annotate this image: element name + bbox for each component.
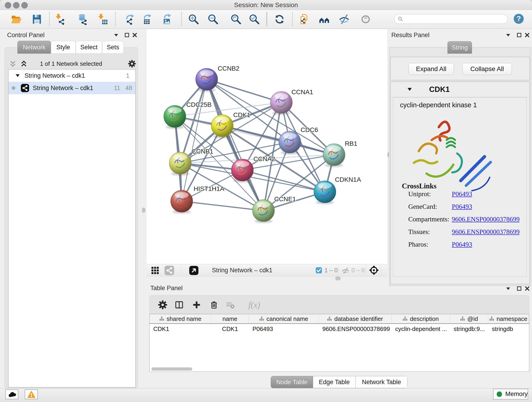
delete-column-icon[interactable]: [209, 300, 219, 310]
tab-style[interactable]: Style: [51, 41, 76, 54]
tab-select[interactable]: Select: [76, 41, 102, 54]
table-panel-close-icon[interactable]: [524, 286, 530, 292]
column-header-name[interactable]: name: [211, 314, 249, 323]
protein-section-header[interactable]: CDK1: [391, 82, 530, 97]
control-panel-close-icon[interactable]: [132, 32, 138, 38]
selected-checkbox-icon[interactable]: [316, 267, 322, 274]
collection-expander-icon[interactable]: [15, 73, 20, 78]
export-image-button[interactable]: [162, 13, 173, 25]
collapse-all-button[interactable]: Collapse All: [462, 63, 512, 75]
export-network-button[interactable]: [125, 13, 137, 25]
crosslink-link[interactable]: P06493: [452, 190, 472, 200]
status-bar: Memory: [0, 388, 532, 402]
cloud-button[interactable]: [5, 389, 18, 399]
column-header-shared-name[interactable]: shared name: [150, 314, 211, 323]
export-table-button[interactable]: [142, 13, 154, 25]
tab-node-table[interactable]: Node Table: [271, 376, 313, 388]
eye-slash-icon: [338, 13, 350, 25]
tab-string[interactable]: String: [447, 41, 472, 54]
network-row-selected[interactable]: String Network – cdk1 11 48: [8, 82, 135, 94]
search-field[interactable]: [394, 14, 508, 24]
column-header-description[interactable]: description: [392, 314, 450, 323]
results-panel-menu-icon[interactable]: [505, 32, 511, 38]
expand-all-button[interactable]: Expand All: [409, 63, 454, 75]
results-panel-close-icon[interactable]: [524, 32, 530, 38]
zoom-fit-button[interactable]: [230, 13, 242, 25]
first-neighbors-icon: [318, 13, 330, 25]
import-table-button[interactable]: [97, 13, 109, 25]
search-input[interactable]: [405, 15, 507, 23]
crosslink-link[interactable]: 9606.ENSP00000378699: [452, 228, 520, 238]
table-settings-gear-icon[interactable]: [157, 300, 168, 310]
protein-node-CCNB1[interactable]: [169, 152, 191, 174]
crosshair-icon[interactable]: [369, 265, 379, 276]
edge-count: 48: [125, 85, 132, 92]
warning-button[interactable]: [25, 389, 38, 399]
column-header-database-identifier[interactable]: database identifier: [319, 314, 392, 323]
zoom-in-icon: [188, 13, 199, 25]
protein-node-CDC25B[interactable]: [164, 105, 186, 128]
horizontal-scrollbar-thumb[interactable]: [152, 367, 192, 370]
zoom-out-button[interactable]: [207, 13, 219, 25]
protein-node-CDC6[interactable]: [279, 131, 301, 153]
protein-node-CCNA1[interactable]: [270, 91, 292, 114]
table-panel-float-icon[interactable]: [516, 286, 522, 292]
save-floppy-icon: [31, 13, 43, 25]
control-panel-tabs: NetworkStyleSelectSets: [17, 41, 124, 54]
tab-edge-table[interactable]: Edge Table: [313, 376, 355, 388]
open-session-button[interactable]: [10, 13, 22, 25]
memory-button[interactable]: Memory: [493, 389, 528, 400]
import-network-database-button[interactable]: [76, 13, 89, 25]
node-label-CCNA1: CCNA1: [291, 89, 313, 96]
show-all-button[interactable]: [360, 13, 372, 25]
clone-network-button[interactable]: [298, 13, 310, 25]
protein-node-CCNA2[interactable]: [231, 159, 253, 181]
section-expander-icon[interactable]: [407, 86, 413, 92]
tab-network[interactable]: Network: [17, 41, 51, 54]
tab-sets[interactable]: Sets: [102, 41, 124, 54]
help-button[interactable]: ?: [513, 13, 525, 25]
cell-database-identifier: 9606.ENSP00000378699: [319, 324, 392, 334]
export-table-icon: [142, 13, 153, 25]
expand-all-networks-icon[interactable]: [20, 60, 27, 68]
control-panel-menu-icon[interactable]: [113, 32, 119, 38]
results-panel-float-icon[interactable]: [516, 32, 522, 38]
refresh-button[interactable]: [273, 13, 285, 25]
network-collection-row[interactable]: String Network – cdk1 1: [8, 70, 135, 82]
crosslink-link[interactable]: P06493: [452, 203, 472, 213]
crosslink-link[interactable]: 9606.ENSP00000378699: [452, 216, 520, 225]
crosslink-label: Uniprot:: [408, 190, 452, 200]
control-panel-float-icon[interactable]: [124, 32, 130, 38]
column-header-canonical-name[interactable]: canonical name: [249, 314, 319, 323]
control-panel-title: Control Panel: [7, 32, 45, 39]
first-neighbors-button[interactable]: [318, 13, 330, 25]
save-session-button[interactable]: [31, 13, 43, 25]
protein-node-CDKN1A[interactable]: [314, 181, 336, 203]
protein-node-CCNB2[interactable]: [196, 68, 218, 90]
show-columns-icon[interactable]: [174, 300, 184, 310]
zoom-selected-button[interactable]: [248, 13, 260, 25]
add-column-icon[interactable]: [191, 300, 202, 310]
protein-node-CCNE1[interactable]: [253, 200, 274, 222]
zoom-in-button[interactable]: [188, 13, 200, 25]
protein-node-HIST1H1A[interactable]: [171, 190, 193, 212]
column-header-namespace[interactable]: namespace: [488, 314, 529, 323]
cloud-icon: [7, 390, 16, 398]
table-row[interactable]: CDK1CDK1P064939606.ENSP00000378699cyclin…: [150, 324, 529, 334]
hide-selected-button[interactable]: [338, 13, 350, 25]
table-panel-menu-icon[interactable]: [505, 286, 511, 292]
network-canvas[interactable]: CCNB2CCNA1CDC25BCDK1CDC6RB1CCNB1CCNA2CDK…: [147, 29, 387, 264]
protein-node-CDK1[interactable]: [211, 115, 233, 137]
external-view-icon[interactable]: [189, 266, 198, 276]
import-network-file-button[interactable]: [54, 13, 66, 25]
network-panel-gear-icon[interactable]: [128, 60, 136, 69]
protein-node-RB1[interactable]: [323, 144, 345, 166]
column-header-@id[interactable]: @id: [450, 314, 488, 323]
collapse-all-networks-icon[interactable]: [9, 60, 17, 68]
birds-eye-share-icon[interactable]: [165, 266, 174, 276]
bottom-splitter-handle[interactable]: [336, 277, 341, 280]
crosslink-link[interactable]: P06493: [452, 241, 472, 251]
tab-network-table[interactable]: Network Table: [355, 376, 407, 388]
left-splitter-handle[interactable]: [142, 208, 145, 213]
grid-view-icon[interactable]: [151, 266, 159, 276]
